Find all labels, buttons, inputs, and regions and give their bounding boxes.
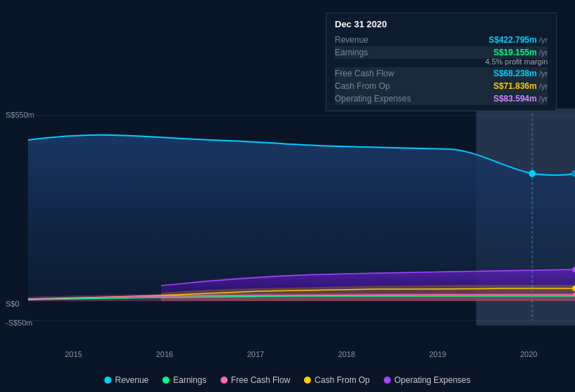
tooltip-row-revenue: Revenue S$422.795m /yr	[335, 34, 548, 46]
chart-legend: Revenue Earnings Free Cash Flow Cash Fro…	[0, 375, 575, 385]
legend-dot-fcf	[221, 377, 228, 384]
x-label-2020: 2020	[520, 350, 537, 358]
x-label-2018: 2018	[338, 350, 355, 358]
tooltip-date: Dec 31 2020	[335, 19, 548, 29]
legend-item-fcf[interactable]: Free Cash Flow	[221, 375, 291, 385]
legend-label-opex: Operating Expenses	[394, 375, 471, 385]
legend-dot-opex	[384, 377, 391, 384]
x-axis-labels: 2015 2016 2017 2018 2019 2020	[28, 350, 574, 358]
tooltip-value-revenue: S$422.795m /yr	[489, 35, 548, 45]
tooltip-row-cashfromop: Cash From Op S$71.836m /yr	[335, 80, 548, 92]
tooltip-label-cashfromop: Cash From Op	[335, 81, 390, 91]
legend-dot-earnings	[162, 377, 169, 384]
tooltip-value-fcf: S$68.238m /yr	[493, 69, 548, 78]
tooltip-label-revenue: Revenue	[335, 35, 368, 45]
legend-item-earnings[interactable]: Earnings	[162, 375, 206, 385]
legend-label-revenue: Revenue	[115, 375, 148, 385]
legend-label-cashfromop: Cash From Op	[314, 375, 370, 385]
tooltip-profit-margin: 4.5% profit margin	[335, 57, 548, 66]
tooltip-label-opex: Operating Expenses	[335, 94, 411, 104]
legend-item-cashfromop[interactable]: Cash From Op	[304, 375, 370, 385]
x-label-2016: 2016	[156, 350, 173, 358]
legend-label-earnings: Earnings	[173, 375, 206, 385]
tooltip-label-fcf: Free Cash Flow	[335, 69, 394, 78]
legend-dot-revenue	[104, 377, 111, 384]
tooltip-value-cashfromop: S$71.836m /yr	[493, 81, 548, 91]
data-tooltip: Dec 31 2020 Revenue S$422.795m /yr Earni…	[326, 13, 557, 111]
tooltip-value-earnings: S$19.155m /yr	[493, 48, 548, 57]
legend-item-revenue[interactable]: Revenue	[104, 375, 148, 385]
revenue-dot-2020	[529, 170, 536, 177]
x-label-2017: 2017	[247, 350, 264, 358]
tooltip-value-opex: S$83.594m /yr	[493, 94, 548, 104]
tooltip-row-opex: Operating Expenses S$83.594m /yr	[335, 92, 548, 105]
tooltip-row-fcf: Free Cash Flow S$68.238m /yr	[335, 67, 548, 80]
legend-label-fcf: Free Cash Flow	[231, 375, 291, 385]
x-label-2019: 2019	[429, 350, 446, 358]
legend-dot-cashfromop	[304, 377, 311, 384]
x-label-2015: 2015	[65, 350, 82, 358]
tooltip-label-earnings: Earnings	[335, 48, 368, 57]
legend-item-opex[interactable]: Operating Expenses	[384, 375, 471, 385]
